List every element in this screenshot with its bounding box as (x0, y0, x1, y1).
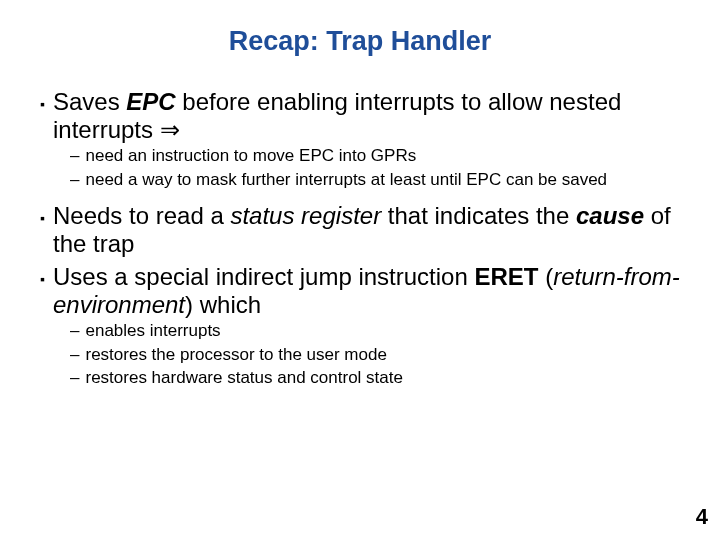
text-run-status-register: status register (230, 202, 381, 229)
bullet-icon: ▪ (40, 96, 45, 112)
dash-icon: – (70, 321, 79, 341)
bullet-icon: ▪ (40, 210, 45, 226)
dash-icon: – (70, 345, 79, 365)
slide-body: ▪ Saves EPC before enabling interrupts t… (40, 82, 680, 389)
sub-bullet-3-2: – restores the processor to the user mod… (70, 345, 680, 365)
text-run-epc: EPC (126, 88, 175, 115)
sub-bullet-text: enables interrupts (85, 321, 220, 341)
text-run: Saves (53, 88, 126, 115)
text-run: that indicates the (381, 202, 576, 229)
sub-bullet-text: need an instruction to move EPC into GPR… (85, 146, 416, 166)
dash-icon: – (70, 368, 79, 388)
sub-bullet-text: restores hardware status and control sta… (85, 368, 403, 388)
sub-bullet-text: need a way to mask further interrupts at… (85, 170, 607, 190)
sub-bullet-1-2: – need a way to mask further interrupts … (70, 170, 680, 190)
bullet-1-text: Saves EPC before enabling interrupts to … (53, 88, 680, 143)
slide-title: Recap: Trap Handler (0, 26, 720, 57)
dash-icon: – (70, 146, 79, 166)
text-run: Uses a special indirect jump instruction (53, 263, 475, 290)
arrow-icon: ⇒ (160, 116, 180, 143)
text-run-cause: cause (576, 202, 644, 229)
bullet-3: ▪ Uses a special indirect jump instructi… (40, 263, 680, 318)
sub-bullet-3-1: – enables interrupts (70, 321, 680, 341)
text-run: ) which (185, 291, 261, 318)
sub-bullet-1-1: – need an instruction to move EPC into G… (70, 146, 680, 166)
sub-bullet-3-3: – restores hardware status and control s… (70, 368, 680, 388)
text-run: ( (539, 263, 554, 290)
sub-bullet-text: restores the processor to the user mode (85, 345, 386, 365)
dash-icon: – (70, 170, 79, 190)
text-run: Needs to read a (53, 202, 230, 229)
bullet-2-text: Needs to read a status register that ind… (53, 202, 680, 257)
bullet-1: ▪ Saves EPC before enabling interrupts t… (40, 88, 680, 143)
text-run-eret: ERET (474, 263, 538, 290)
slide: Recap: Trap Handler ▪ Saves EPC before e… (0, 0, 720, 540)
bullet-2: ▪ Needs to read a status register that i… (40, 202, 680, 257)
bullet-3-text: Uses a special indirect jump instruction… (53, 263, 680, 318)
page-number: 4 (696, 504, 708, 530)
bullet-icon: ▪ (40, 271, 45, 287)
